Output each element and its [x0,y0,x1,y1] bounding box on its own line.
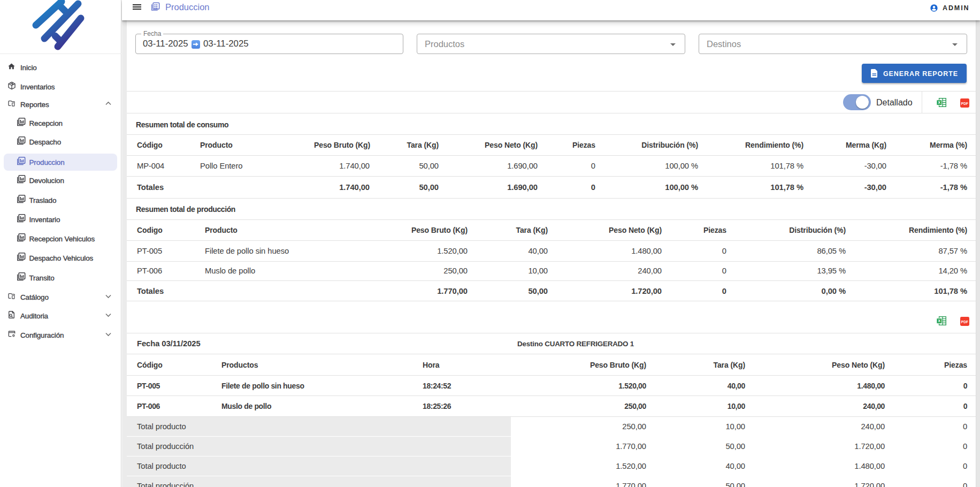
svg-text:PDF: PDF [961,101,968,105]
svg-text:PDF: PDF [961,319,968,323]
svg-text:X: X [938,100,940,105]
svg-text:X: X [938,318,940,323]
